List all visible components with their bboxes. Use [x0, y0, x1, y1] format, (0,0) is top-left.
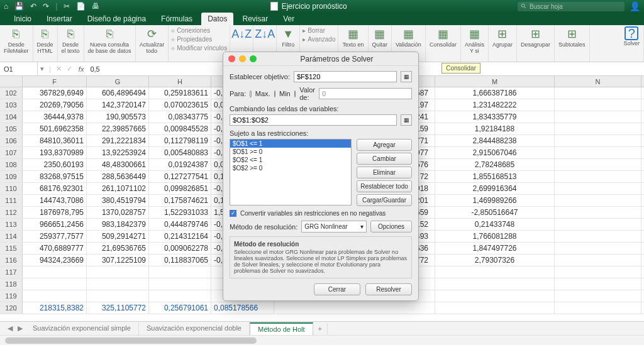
cell[interactable]: [555, 183, 641, 194]
cell[interactable]: [555, 111, 641, 123]
cell[interactable]: 0,118837065: [149, 255, 211, 266]
cell[interactable]: 288,5636449: [87, 171, 149, 182]
outline-tool[interactable]: ⊞Desagrupar: [517, 25, 555, 62]
cell[interactable]: [555, 195, 641, 206]
cell[interactable]: 367829,6949: [23, 87, 87, 99]
col-header[interactable]: N: [555, 76, 641, 87]
cell[interactable]: 83268,97515: [23, 171, 87, 182]
cell[interactable]: 68176,92301: [23, 183, 87, 194]
constraint-item[interactable]: $O$2 >= 0: [230, 164, 351, 172]
col-header[interactable]: F: [23, 76, 87, 87]
cell[interactable]: [23, 266, 87, 278]
redo-icon[interactable]: ↷: [43, 2, 49, 11]
cell[interactable]: 983,1842379: [87, 219, 149, 230]
sheet-tab[interactable]: Suavización exponencial doble: [139, 322, 250, 335]
conn-item[interactable]: ⟐ Propiedades: [171, 35, 212, 43]
cell[interactable]: 1,855168513: [435, 171, 555, 182]
cell[interactable]: 2350,60193: [23, 159, 87, 170]
chevron-down-icon[interactable]: ▾: [38, 65, 47, 73]
col-header[interactable]: H: [149, 76, 211, 87]
data-tool[interactable]: ▦Análisis Y si: [461, 25, 489, 62]
name-box[interactable]: O1: [0, 62, 38, 75]
tab-datos[interactable]: Datos: [201, 13, 233, 25]
row-header[interactable]: 108: [0, 159, 23, 170]
cell[interactable]: 2,844488238: [435, 135, 555, 146]
cancel-fx-icon[interactable]: ✕: [53, 65, 64, 73]
cell[interactable]: 0,175874621: [149, 195, 211, 206]
radio-valueof[interactable]: [294, 90, 296, 97]
row-header[interactable]: 113: [0, 219, 23, 230]
cell[interactable]: 22,39857665: [87, 123, 149, 134]
cell[interactable]: 501,6962358: [23, 123, 87, 134]
cell[interactable]: 84810,36011: [23, 135, 87, 146]
solve-button[interactable]: Resolver: [365, 283, 412, 295]
constraints-list[interactable]: $O$1 <= 1$O$1 >= 0$O$2 <= 1$O$2 >= 0: [230, 139, 352, 205]
row-header[interactable]: 115: [0, 243, 23, 254]
cell[interactable]: 2,78248685: [435, 159, 555, 170]
sheet-tab[interactable]: Método de Holt: [250, 322, 313, 335]
row-header[interactable]: 103: [0, 99, 23, 111]
cell[interactable]: 0,085178566: [211, 302, 274, 314]
cell[interactable]: 21,69536765: [87, 243, 149, 254]
cell[interactable]: 1,847497726: [435, 243, 555, 254]
nonneg-checkbox[interactable]: [230, 210, 236, 217]
cell[interactable]: 261,1071102: [87, 183, 149, 194]
cell[interactable]: [274, 302, 435, 314]
cell[interactable]: [149, 266, 211, 278]
cell[interactable]: 1,469989266: [435, 195, 555, 206]
cell[interactable]: 291,2221834: [87, 135, 149, 146]
constraint-item[interactable]: $O$1 >= 0: [230, 148, 351, 156]
cell[interactable]: [555, 99, 641, 111]
import-source[interactable]: ⎘Desde el texto: [58, 25, 84, 62]
conn-item[interactable]: ⟐ Modificar vínculos: [171, 44, 227, 52]
cell[interactable]: 48,48300661: [87, 159, 149, 170]
cell[interactable]: 1,522931033: [149, 207, 211, 218]
tab-nav-prev[interactable]: ◀: [5, 324, 15, 332]
cell[interactable]: [149, 278, 211, 290]
row-header[interactable]: 114: [0, 231, 23, 242]
cell[interactable]: 470,6889777: [23, 243, 87, 254]
cell[interactable]: 1,666387186: [435, 87, 555, 99]
col-header[interactable]: M: [435, 76, 555, 87]
constraint-item[interactable]: $O$2 <= 1: [230, 156, 351, 164]
row-header[interactable]: 106: [0, 135, 23, 146]
cell[interactable]: [435, 302, 555, 314]
row-header[interactable]: 112: [0, 207, 23, 218]
copy-icon[interactable]: 📄: [76, 2, 86, 11]
cell[interactable]: [555, 123, 641, 134]
cell[interactable]: 0,01924387: [149, 159, 211, 170]
cell[interactable]: 0,127277541: [149, 171, 211, 182]
filter-item[interactable]: ▸ Borrar: [303, 26, 325, 35]
cell[interactable]: 325,1105772: [87, 302, 149, 314]
import-source[interactable]: ⎘Nueva consulta de base de datos: [84, 25, 136, 62]
zoom-icon[interactable]: [250, 55, 257, 62]
cell[interactable]: 2,915067046: [435, 147, 555, 158]
cell[interactable]: [555, 290, 641, 302]
cut-icon[interactable]: ✂: [64, 2, 70, 11]
cell[interactable]: [555, 135, 641, 146]
cell[interactable]: [435, 290, 555, 302]
row-header[interactable]: 120: [0, 302, 23, 314]
row-header[interactable]: 104: [0, 111, 23, 123]
delete-button[interactable]: Eliminar: [357, 167, 412, 178]
cell[interactable]: 0,259183611: [149, 87, 211, 99]
close-icon[interactable]: [228, 55, 235, 62]
change-button[interactable]: Cambiar: [357, 153, 412, 165]
user-icon[interactable]: 👤: [630, 1, 640, 11]
tab-ver[interactable]: Ver: [277, 13, 301, 25]
outline-tool[interactable]: ⊞Agrupar: [489, 25, 517, 62]
load-save-button[interactable]: Cargar/Guardar: [357, 194, 412, 206]
tab-inicio[interactable]: Inicio: [8, 13, 38, 25]
cell[interactable]: 2,699916364: [435, 183, 555, 194]
print-icon[interactable]: 🖶: [92, 2, 99, 11]
cell[interactable]: 509,2914271: [87, 231, 149, 242]
sheet-tab[interactable]: Suavización exponencial simple: [25, 322, 139, 335]
data-tool[interactable]: ▦Consolidar: [426, 25, 461, 62]
cell[interactable]: 190,905573: [87, 111, 149, 123]
cell[interactable]: [555, 159, 641, 170]
constraint-item[interactable]: $O$1 <= 1: [230, 140, 351, 148]
undo-icon[interactable]: ↶: [30, 2, 36, 11]
conn-item[interactable]: ⟐ Conexiones: [171, 26, 210, 35]
cell[interactable]: 142,3720147: [87, 99, 149, 111]
cell[interactable]: [435, 266, 555, 278]
